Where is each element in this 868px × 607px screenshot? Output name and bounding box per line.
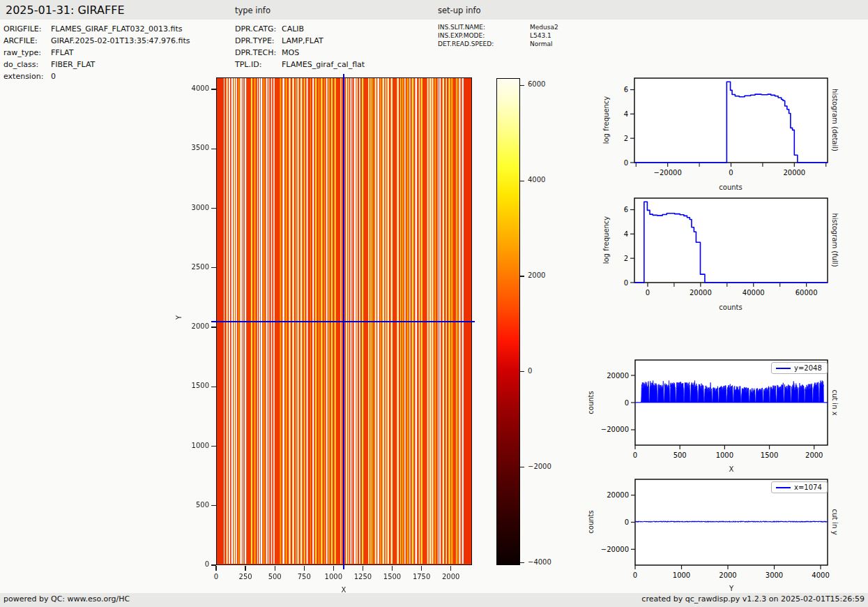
main-x-tick-label: 250 [231, 573, 259, 580]
main-x-tick-label: 750 [290, 573, 318, 580]
x-tick-label: 4000 [812, 571, 829, 579]
main-y-tick-label: 3500 [180, 144, 209, 151]
x-tick-label: 500 [673, 451, 687, 459]
cut-y-y-label: counts [587, 510, 595, 533]
y-tick-label: −20000 [601, 426, 629, 433]
qc-report-page: 2025-01-31: GIRAFFE type info set-up inf… [0, 0, 868, 607]
main-y-tick-label: 0 [180, 560, 209, 568]
main-x-tick [363, 566, 363, 571]
footer-right-text: created by qc_rawdisp.py v1.2.3 on 2025-… [641, 594, 865, 604]
hist_full-plot: 02000040000600000246 [596, 191, 838, 307]
hist_detail-plot: −200000200000246 [596, 71, 838, 187]
cut-x-side-label: cut in x [831, 389, 839, 415]
colorbar-tick [520, 181, 524, 181]
file-info-label: ARCFILE: [3, 36, 38, 45]
file-info-value: FFLAT [51, 48, 73, 57]
x-tick-label: 0 [633, 571, 637, 579]
y-tick-label: 2 [624, 255, 628, 262]
main-x-tick-label: 1250 [349, 573, 376, 580]
main-y-tick-label: 2500 [180, 263, 209, 271]
y-tick-label: 6 [624, 86, 628, 93]
x-tick-label: 1500 [761, 451, 778, 459]
header-band [0, 0, 868, 20]
y-tick-label: 20000 [607, 372, 629, 380]
y-tick-label: −20000 [601, 546, 629, 553]
main-x-tick-label: 1500 [379, 573, 406, 580]
cut-x-x-label: X [729, 465, 734, 473]
file-info-label: raw_type: [3, 48, 41, 57]
hist-full-y-label: log frequency [602, 216, 610, 264]
y-tick-label: 0 [624, 279, 628, 287]
file-info-label: do_class: [3, 60, 38, 69]
type-info-value: FLAMES_giraf_cal_flat [282, 60, 365, 69]
x-tick-label: 1000 [716, 451, 733, 459]
main-y-tick-label: 1000 [180, 442, 209, 449]
x-tick-label: 40000 [743, 289, 765, 297]
x-tick-label: 0 [646, 289, 650, 297]
colorbar-tick [520, 562, 524, 563]
x-tick-label: 60000 [795, 289, 818, 297]
page-title: 2025-01-31: GIRAFFE [6, 3, 125, 17]
type-info-value: CALIB [282, 24, 304, 33]
hist-full-x-label: counts [719, 304, 742, 311]
hist-detail-y-label: log frequency [602, 96, 610, 144]
type-info-label: TPL.ID: [235, 60, 261, 69]
type-info-label: DPR.TECH: [235, 48, 276, 57]
main-x-tick [215, 566, 216, 571]
main-y-tick [211, 387, 216, 387]
colorbar-tick-label: −2000 [528, 463, 551, 470]
main-y-tick [211, 505, 216, 506]
file-info-label: ORIGFILE: [3, 24, 41, 33]
cut-y-legend-label: x=1074 [794, 484, 822, 491]
setup-info-value: L543.1 [530, 32, 551, 39]
main-x-tick [450, 566, 451, 571]
file-info-value: FLAMES_GIRAF_FLAT032_0013.fits [51, 24, 183, 33]
file-info-label: extension: [3, 72, 43, 81]
colorbar-tick-label: 2000 [528, 271, 545, 279]
x-tick-label: 2000 [719, 571, 736, 579]
setup-info-heading: set-up info [438, 6, 481, 15]
cut-y-side-label: cut in y [831, 509, 839, 534]
cut-x-legend-label: y=2048 [794, 364, 822, 372]
main-y-tick [211, 149, 216, 149]
main-x-tick-label: 2000 [437, 573, 465, 580]
cut-x-y-label: counts [587, 391, 595, 414]
colorbar-tick-label: 6000 [528, 80, 545, 88]
type-info-label: DPR.TYPE: [235, 36, 275, 45]
colorbar [496, 78, 520, 565]
y-tick-label: 4 [624, 110, 628, 118]
hist-detail-x-label: counts [719, 183, 742, 191]
cut-y-x-label: Y [729, 585, 733, 592]
main-y-tick-label: 1500 [180, 382, 209, 389]
main-x-tick-label: 0 [202, 573, 230, 580]
main-x-tick-label: 1750 [408, 573, 436, 580]
y-tick-label: 0 [624, 159, 628, 167]
x-tick-label: 3000 [766, 571, 783, 579]
x-tick-label: 0 [729, 169, 733, 177]
main-y-axis-label: Y [175, 315, 183, 320]
cut-x-legend: y=2048 [771, 362, 828, 374]
colorbar-tick [520, 371, 524, 372]
main-x-tick [392, 566, 393, 571]
y-tick-label: 4 [624, 230, 628, 238]
y-tick-label: 0 [625, 518, 629, 526]
colorbar-tick [520, 467, 524, 467]
y-tick-label: 6 [624, 206, 628, 213]
main-x-tick [304, 566, 305, 571]
file-info-value: GIRAF.2025-02-01T13:35:47.976.fits [51, 36, 190, 45]
x-tick-label: 20000 [690, 289, 712, 297]
hist-detail-side-label: histogram (detail) [831, 89, 839, 151]
main-x-tick-label: 1000 [319, 573, 347, 580]
x-tick-label: 20000 [783, 169, 805, 177]
colorbar-tick-label: 0 [528, 367, 532, 375]
x-tick-label: −20000 [654, 169, 682, 177]
main-x-tick-label: 500 [261, 573, 289, 580]
setup-info-label: INS.EXP.MODE: [438, 32, 485, 39]
main-x-tick [245, 566, 245, 571]
type-info-label: DPR.CATG: [235, 24, 276, 33]
legend-line-sample [776, 487, 791, 488]
setup-info-label: DET.READ.SPEED: [438, 40, 494, 47]
cut-y-signal [635, 521, 828, 522]
y-tick-label: 2 [624, 135, 628, 142]
colorbar-tick-label: −4000 [528, 558, 551, 566]
